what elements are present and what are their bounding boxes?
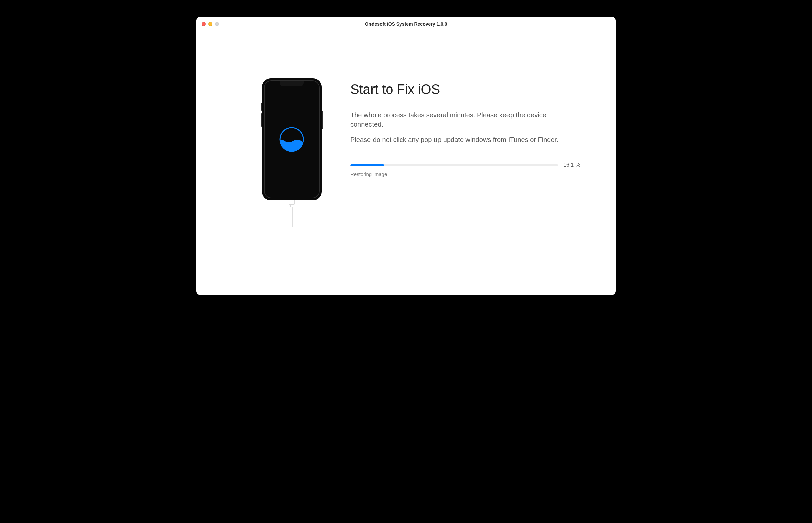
window-title: Ondesoft iOS System Recovery 1.0.0 <box>196 21 616 27</box>
liquid-fill-icon <box>278 126 305 153</box>
app-window: Ondesoft iOS System Recovery 1.0.0 <box>196 17 616 295</box>
iphone-side-button <box>261 103 262 111</box>
progress-column: Start to Fix iOS The whole process takes… <box>330 72 589 275</box>
progress-status-text: Restoring image <box>351 171 589 177</box>
progress-bar-fill <box>351 164 384 166</box>
progress-percent-label: 16.1 % <box>563 162 581 168</box>
device-illustration-column <box>253 72 330 275</box>
lightning-cable-illustration <box>286 200 298 227</box>
page-heading: Start to Fix iOS <box>351 82 589 97</box>
progress-bar <box>351 164 558 166</box>
instruction-text-1: The whole process takes several minutes.… <box>351 110 578 129</box>
progress-bar-row: 16.1 % <box>351 162 589 168</box>
iphone-power-button <box>322 111 323 129</box>
maximize-window-button <box>215 22 219 26</box>
cable-wire <box>291 207 293 227</box>
titlebar: Ondesoft iOS System Recovery 1.0.0 <box>196 17 616 32</box>
cable-neck <box>290 204 294 207</box>
window-controls <box>202 22 219 26</box>
instruction-text-2: Please do not click any pop up update wi… <box>351 135 589 144</box>
main-content: Start to Fix iOS The whole process takes… <box>196 32 616 295</box>
close-window-button[interactable] <box>202 22 206 26</box>
cable-connector <box>289 200 295 204</box>
iphone-notch <box>280 81 304 87</box>
minimize-window-button[interactable] <box>208 22 212 26</box>
iphone-side-button <box>261 113 262 127</box>
iphone-illustration <box>262 78 322 200</box>
